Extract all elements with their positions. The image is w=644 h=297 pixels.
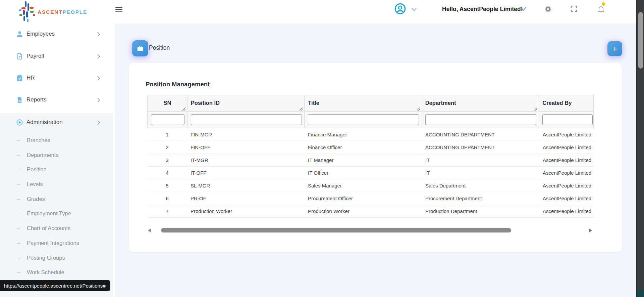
positions-table: SNPosition IDTitleDepartmentCreated By 1… xyxy=(147,95,594,218)
filter-input-title[interactable] xyxy=(308,114,419,125)
table-cell: IT Manager xyxy=(305,157,422,163)
filter-cell xyxy=(187,112,305,128)
account-dropdown-chevron-icon[interactable] xyxy=(520,6,527,11)
chevron-right-icon xyxy=(97,120,101,125)
filter-input-created-by[interactable] xyxy=(542,114,593,125)
table-cell: 1 xyxy=(147,132,187,137)
table-cell: AscentPeople Limited xyxy=(539,132,594,137)
column-header-title[interactable]: Title xyxy=(305,95,422,111)
scroll-left-arrow-icon[interactable] xyxy=(148,228,151,232)
column-header-label: Position ID xyxy=(191,100,220,106)
chevron-right-icon xyxy=(97,97,101,103)
avatar-dropdown-chevron-icon[interactable] xyxy=(411,7,417,11)
position-management-card: Position Management SNPosition IDTitleDe… xyxy=(129,63,622,252)
sidebar-item-employees[interactable]: Employees xyxy=(0,27,115,42)
sidebar-subitem-payment-integrations[interactable]: →Payment Integrations xyxy=(0,236,115,251)
sidebar-subitem-departments[interactable]: →Departments xyxy=(0,148,115,163)
filter-input-department[interactable] xyxy=(425,114,536,125)
admin-subitems: →Branches→Departments→Position→Levels→Gr… xyxy=(0,133,115,280)
subitem-label: Work Schedule xyxy=(27,269,64,275)
filter-input-sn[interactable] xyxy=(151,114,184,125)
filter-cell xyxy=(539,112,593,128)
settings-gear-icon[interactable] xyxy=(544,5,552,13)
sidebar-subitem-employment-type[interactable]: →Employment Type xyxy=(0,207,115,221)
horizontal-scrollbar[interactable] xyxy=(147,228,593,233)
column-header-position-id[interactable]: Position ID xyxy=(187,95,305,111)
table-cell: AscentPeople Limited xyxy=(539,170,594,176)
scrollbar-corner xyxy=(637,290,644,297)
table-cell: Production Worker xyxy=(305,208,422,214)
brand-name-secondary: PEOPLE xyxy=(63,9,88,15)
chevron-right-icon xyxy=(97,32,101,37)
brand-logo-icon[interactable] xyxy=(17,1,37,22)
subitem-label: Levels xyxy=(27,181,43,187)
menu-toggle-icon[interactable] xyxy=(115,7,122,12)
add-position-button[interactable]: + xyxy=(607,41,622,56)
table-row[interactable]: 4IT-OFFIT OfficerITAscentPeople Limited xyxy=(147,167,594,179)
column-header-department[interactable]: Department xyxy=(422,95,539,111)
fullscreen-icon[interactable] xyxy=(570,5,579,13)
table-cell: IT-OFF xyxy=(187,170,305,176)
column-resize-handle-icon[interactable] xyxy=(416,107,420,111)
scroll-right-arrow-icon[interactable] xyxy=(589,228,592,232)
column-header-label: Title xyxy=(308,100,319,106)
page-scrollbar-thumb[interactable] xyxy=(638,12,643,69)
table-row[interactable]: 7Production WorkerProduction WorkerProdu… xyxy=(147,205,594,218)
column-header-created-by[interactable]: Created By xyxy=(539,95,593,111)
table-header-row: SNPosition IDTitleDepartmentCreated By xyxy=(147,95,594,111)
page-scrollbar[interactable] xyxy=(636,0,644,297)
arrow-right-icon: → xyxy=(16,239,21,246)
brand-name[interactable]: ASCENTPEOPLE xyxy=(38,9,87,15)
sidebar-item-hr[interactable]: HR xyxy=(0,71,115,86)
column-resize-handle-icon[interactable] xyxy=(299,107,303,111)
sidebar-subitem-work-schedule[interactable]: →Work Schedule xyxy=(0,265,115,280)
subitem-label: Branches xyxy=(27,137,50,143)
table-row[interactable]: 5SL-MGRSales ManagerSales DepartmentAsce… xyxy=(147,179,594,192)
column-resize-handle-icon[interactable] xyxy=(182,107,186,111)
column-resize-handle-icon[interactable] xyxy=(533,107,537,111)
horizontal-scrollbar-thumb[interactable] xyxy=(161,228,511,232)
sidebar-subitem-position[interactable]: →Position xyxy=(0,163,115,177)
table-cell: Finance Officer xyxy=(305,144,422,150)
table-cell: 4 xyxy=(147,170,187,176)
table-cell: Production Worker xyxy=(187,208,305,214)
greeting-text: Hello, AscentPeople Limited! xyxy=(442,6,523,13)
administration-target-icon xyxy=(16,119,23,126)
card-title: Position Management xyxy=(146,81,210,88)
sidebar-subitem-posting-groups[interactable]: →Posting Groups xyxy=(0,251,115,266)
sidebar-subitem-levels[interactable]: →Levels xyxy=(0,177,115,192)
sidebar-subitem-branches[interactable]: →Branches xyxy=(0,133,115,148)
table-row[interactable]: 2FIN-OFFFinance OfficerACCOUNTING DEPART… xyxy=(147,141,594,154)
status-url-tooltip: https://ascentpeople.ascentree.net/Posit… xyxy=(0,280,110,291)
subitem-label: Departments xyxy=(27,152,58,158)
notifications-bell-icon[interactable] xyxy=(597,5,605,13)
filter-input-position-id[interactable] xyxy=(191,114,302,125)
table-cell: PR-OF xyxy=(187,196,305,201)
table-cell: Procurement Officer xyxy=(305,196,422,201)
notification-dot xyxy=(602,2,605,6)
table-cell: AscentPeople Limited xyxy=(539,208,594,214)
sidebar-item-administration[interactable]: Administration xyxy=(0,115,115,130)
sidebar-item-reports[interactable]: Reports xyxy=(0,93,115,108)
sidebar-item-payroll[interactable]: Payroll xyxy=(0,49,115,64)
subitem-label: Employment Type xyxy=(27,210,71,217)
table-row[interactable]: 6PR-OFProcurement OfficerProcurement Dep… xyxy=(147,192,594,205)
brand-name-primary: ASCENT xyxy=(38,9,63,15)
column-header-label: SN xyxy=(163,100,171,106)
table-body: 1FIN-MGRFinance ManagerACCOUNTING DEPART… xyxy=(147,128,594,218)
table-cell: 3 xyxy=(147,157,187,163)
employees-icon xyxy=(16,30,23,38)
arrow-right-icon: → xyxy=(16,136,21,143)
table-row[interactable]: 3IT-MGRIT ManagerITAscentPeople Limited xyxy=(147,154,594,167)
position-page-icon xyxy=(132,40,148,56)
user-avatar-icon[interactable] xyxy=(394,3,406,14)
payroll-icon xyxy=(16,52,23,60)
column-header-sn[interactable]: SN xyxy=(148,95,187,111)
table-cell: SL-MGR xyxy=(187,183,305,188)
sidebar-subitem-grades[interactable]: →Grades xyxy=(0,192,115,207)
table-cell: ACCOUNTING DEPARTMENT xyxy=(422,132,539,137)
arrow-right-icon: → xyxy=(16,166,21,172)
table-cell: AscentPeople Limited xyxy=(539,144,594,150)
sidebar-subitem-chart-of-accounts[interactable]: →Chart of Accounts xyxy=(0,221,115,236)
table-row[interactable]: 1FIN-MGRFinance ManagerACCOUNTING DEPART… xyxy=(147,128,594,141)
